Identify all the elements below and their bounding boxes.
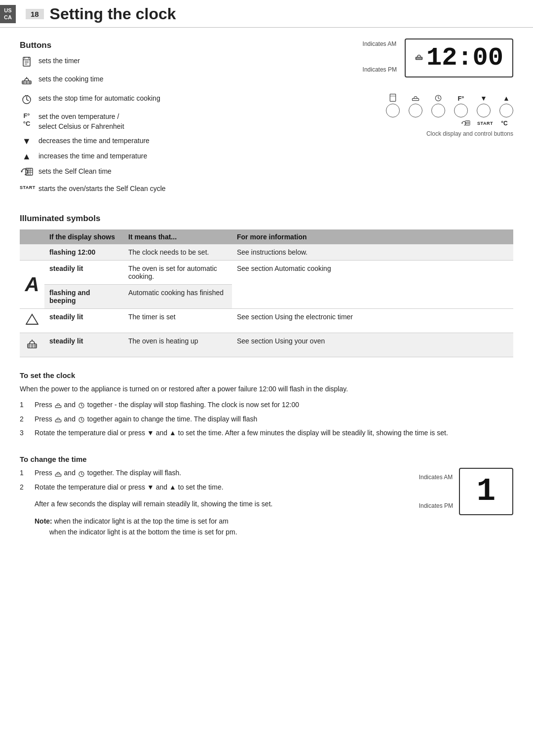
illuminated-table: If the display shows It means that... Fo… (20, 229, 513, 357)
list-item: 1 Press and together. The display will f… (20, 467, 395, 478)
list-item: 2 Rotate the temperature dial or press ▼… (20, 482, 395, 492)
ctrl-down: ▼ (477, 94, 491, 117)
change-time-section: To change the time 1 Press and together.… (20, 448, 513, 537)
ctrl-up: ▲ (499, 94, 513, 117)
up-arrow-icon: ▲ (20, 151, 34, 162)
button-item-cooking: sets the cooking time (20, 75, 326, 89)
means-cell-3: Automatic cooking has finished (123, 284, 232, 308)
set-clock-para: When the power to the appliance is turne… (20, 383, 513, 394)
svg-marker-35 (461, 122, 463, 124)
button-item-down: ▼ decreases the time and temperature (20, 136, 326, 147)
selfclean-icon (20, 167, 34, 179)
ctrl-clock (431, 93, 445, 117)
down-small-icon: ▼ (480, 94, 487, 102)
illuminated-heading: Illuminated symbols (20, 214, 513, 224)
more-info-cell-2: See section Automatic cooking (232, 260, 513, 308)
display-cell-2: steadily lit (44, 260, 123, 284)
up-desc: increases the time and temperature (38, 151, 147, 161)
clock-time: 12:00 (426, 43, 503, 73)
col-means: It means that... (123, 229, 232, 244)
clock-screen: 12:00 (405, 38, 513, 77)
clock-indicators: Indicates AM Indicates PM (363, 39, 397, 75)
svg-marker-18 (21, 171, 23, 173)
region-badge: US CA (0, 5, 16, 23)
ctrl-labels-row: START °C (386, 119, 513, 127)
start-label-icon: START (20, 184, 34, 190)
mini-indicates-pm: Indicates PM (419, 500, 453, 512)
means-cell-1: The clock needs to be set. (123, 244, 232, 261)
step3-text: Rotate the temperature dial or press ▼ a… (35, 427, 448, 438)
start-desc: starts the oven/starts the Self Clean cy… (38, 184, 166, 194)
col-more-info: For more information (232, 229, 513, 244)
set-clock-section: To set the clock When the power to the a… (20, 371, 513, 439)
svg-line-55 (81, 420, 82, 420)
ctrl-circle-up (499, 104, 513, 117)
page-title: Setting the clock (50, 5, 176, 23)
list-item: 2 Press and together again to change the… (20, 414, 513, 424)
indicates-am-label: Indicates AM (363, 39, 397, 50)
symbol-cell-1 (20, 244, 44, 261)
region2: CA (4, 14, 12, 21)
ctrl-circle-clock (431, 104, 445, 117)
ctrl-circle-fahr (454, 104, 468, 117)
svg-rect-0 (23, 57, 30, 66)
page-header: US CA 18 Setting the clock (0, 0, 533, 28)
region1: US (4, 7, 11, 14)
clock-caption: Clock display and control buttons (426, 130, 513, 137)
step2-text: Press and together again to change the t… (35, 414, 257, 424)
ctrl-cooking (409, 93, 422, 117)
display-cell-1: flashing 12:00 (44, 244, 123, 261)
stop-time-icon (20, 94, 34, 107)
display-cell-4: steadily lit (44, 308, 123, 333)
svg-rect-29 (390, 94, 395, 102)
change-time-text: To change the time 1 Press and together.… (20, 448, 395, 537)
clock-display-area: Indicates AM Indicates PM (363, 37, 513, 77)
timer-icon (20, 56, 34, 70)
button-item-start: START starts the oven/starts the Self Cl… (20, 184, 326, 194)
symbol-cell-pot (20, 333, 44, 357)
more-info-cell-4: See section Using the electronic timer (232, 308, 513, 333)
ctrl-fahr: F° (454, 95, 468, 117)
means-cell-4: The timer is set (123, 308, 232, 333)
svg-marker-41 (26, 314, 38, 324)
means-cell-5: The oven is heating up (123, 333, 232, 357)
button-item-temp: F°°C set the oven temperature /select Ce… (20, 112, 326, 131)
change-time-steps: 1 Press and together. The display will f… (20, 467, 395, 492)
table-row: A steadily lit The oven is set for autom… (20, 260, 513, 284)
clock-screen-cooking-icon (415, 52, 423, 64)
col-display: If the display shows (44, 229, 123, 244)
symbol-cell-triangle (20, 308, 44, 333)
note-block: Note: when the indicator light is at the… (20, 516, 395, 538)
ctrl-timer (386, 93, 400, 117)
mini-indicates-am: Indicates AM (419, 472, 453, 483)
means-cell-2: The oven is set for automatic cooking. (123, 260, 232, 284)
mini-clock-panel: Indicates AM Indicates PM 1 (405, 448, 513, 537)
table-row: flashing 12:00 The clock needs to be set… (20, 244, 513, 261)
control-buttons-row: F° ▼ ▲ (386, 93, 513, 127)
ctrl-circle-down (477, 104, 491, 117)
mini-clock-screen: 1 (459, 468, 513, 515)
illuminated-section: Illuminated symbols If the display shows… (20, 214, 513, 357)
display-cell-5: steadily lit (44, 333, 123, 357)
svg-rect-52 (55, 420, 61, 422)
mini-clock-indicators: Indicates AM Indicates PM (419, 472, 453, 512)
cooking-icon (20, 75, 34, 89)
button-item-selfclean: sets the Self Clean time (20, 167, 326, 179)
start-small-label: START (475, 121, 495, 126)
list-item: 1 Press and together - the display will … (20, 399, 513, 410)
selfclean-desc: sets the Self Clean time (38, 167, 112, 177)
note-label: Note: (35, 517, 54, 525)
up-small-icon: ▲ (503, 94, 510, 102)
button-item-up: ▲ increases the time and temperature (20, 151, 326, 162)
temp-icon: F°°C (20, 112, 34, 127)
set-clock-heading: To set the clock (20, 371, 513, 379)
table-row: steadily lit The oven is heating up See … (20, 333, 513, 357)
cooking-desc: sets the cooking time (38, 75, 104, 84)
mini-clock-display-area: Indicates AM Indicates PM 1 (419, 468, 513, 515)
celsius-small-label: °C (495, 120, 513, 127)
col-symbol (20, 229, 44, 244)
step1-text: Press and together - the display will st… (35, 399, 299, 410)
buttons-and-clock: Buttons sets the timer (20, 37, 513, 199)
indicates-pm-label: Indicates PM (363, 65, 397, 76)
clock-panel: Indicates AM Indicates PM (345, 37, 513, 199)
